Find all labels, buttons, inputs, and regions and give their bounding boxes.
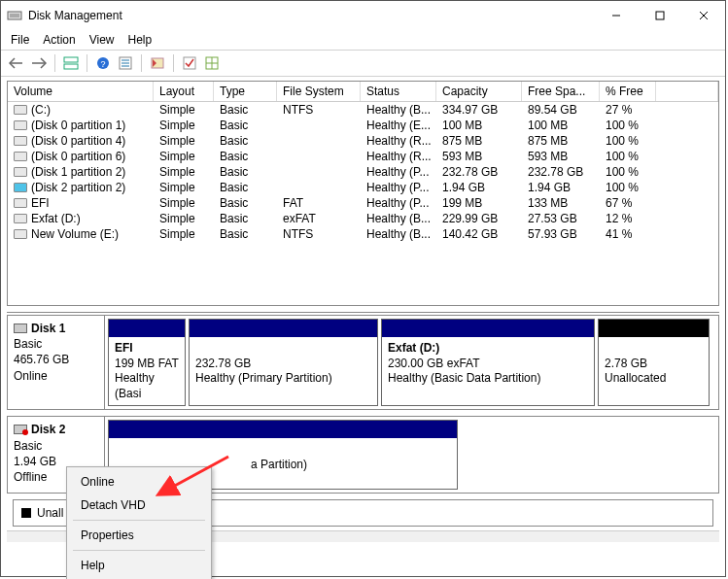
svg-rect-1 — [10, 14, 19, 17]
settings-list-icon[interactable] — [116, 53, 135, 73]
maximize-button[interactable] — [638, 1, 681, 30]
col-status[interactable]: Status — [361, 82, 436, 101]
disk1-partitions: EFI 199 MB FAT Healthy (Basi 232.78 GB H… — [105, 316, 718, 409]
partition[interactable]: Exfat (D:) 230.00 GB exFAT Healthy (Basi… — [381, 319, 595, 406]
svg-rect-17 — [184, 57, 195, 69]
partition[interactable]: EFI 199 MB FAT Healthy (Basi — [108, 319, 186, 406]
col-capacity[interactable]: Capacity — [436, 82, 522, 101]
drive-icon — [14, 136, 27, 146]
drive-icon — [14, 105, 27, 115]
volume-row[interactable]: (Disk 0 partition 6) Simple Basic Health… — [8, 149, 718, 164]
partition-header-bar — [599, 320, 709, 337]
volume-rows: (C:) Simple Basic NTFS Healthy (B... 334… — [8, 102, 718, 305]
grid-icon[interactable] — [202, 53, 222, 73]
action-flag-icon[interactable] — [148, 53, 167, 73]
ctx-properties[interactable]: Properties — [67, 524, 211, 547]
ctx-help[interactable]: Help — [67, 554, 211, 577]
volume-row[interactable]: (Disk 2 partition 2) Simple Basic Health… — [8, 180, 718, 195]
app-icon — [7, 8, 22, 23]
window-title: Disk Management — [28, 9, 594, 22]
back-button[interactable] — [7, 53, 26, 73]
drive-icon — [14, 198, 27, 208]
volume-list: Volume Layout Type File System Status Ca… — [7, 81, 719, 306]
menu-action[interactable]: Action — [43, 33, 75, 47]
volume-row[interactable]: (Disk 0 partition 4) Simple Basic Health… — [8, 133, 718, 149]
svg-text:?: ? — [100, 59, 105, 69]
volume-row[interactable]: EFI Simple Basic FAT Healthy (P... 199 M… — [8, 195, 718, 211]
drive-icon — [14, 167, 27, 177]
menu-help[interactable]: Help — [128, 33, 153, 47]
volume-row[interactable]: (C:) Simple Basic NTFS Healthy (B... 334… — [8, 102, 718, 118]
disk1-info[interactable]: Disk 1 Basic 465.76 GB Online — [8, 316, 105, 409]
partition-header-bar — [382, 320, 594, 337]
menubar: File Action View Help — [1, 30, 725, 50]
partition[interactable]: 232.78 GB Healthy (Primary Partition) — [189, 319, 378, 406]
disk-block-1[interactable]: Disk 1 Basic 465.76 GB Online EFI 199 MB… — [7, 315, 719, 410]
minimize-button[interactable] — [594, 1, 638, 30]
volume-list-header: Volume Layout Type File System Status Ca… — [8, 82, 718, 102]
partition-header-bar — [190, 320, 377, 337]
titlebar: Disk Management — [1, 1, 725, 30]
legend-unallocated-swatch — [21, 508, 31, 518]
context-menu: Online Detach VHD Properties Help — [66, 466, 212, 579]
disk-icon — [14, 324, 27, 333]
drive-icon — [14, 229, 27, 239]
drive-icon — [14, 183, 27, 192]
ctx-online[interactable]: Online — [67, 470, 211, 494]
col-free[interactable]: Free Spa... — [522, 82, 600, 101]
svg-rect-3 — [656, 12, 664, 19]
partition-header-bar — [109, 320, 185, 337]
partition-header-bar — [109, 421, 457, 438]
volume-row[interactable]: Exfat (D:) Simple Basic exFAT Healthy (B… — [8, 211, 718, 226]
svg-rect-9 — [64, 64, 78, 69]
drive-icon — [14, 120, 27, 130]
drive-icon — [14, 152, 27, 161]
view-split-icon[interactable] — [61, 53, 81, 73]
col-volume[interactable]: Volume — [8, 82, 154, 101]
col-pct[interactable]: % Free — [600, 82, 656, 101]
volume-row[interactable]: (Disk 0 partition 1) Simple Basic Health… — [8, 118, 718, 133]
partition[interactable]: 2.78 GB Unallocated — [598, 319, 710, 406]
volume-row[interactable]: New Volume (E:) Simple Basic NTFS Health… — [8, 226, 718, 242]
volume-row[interactable]: (Disk 1 partition 2) Simple Basic Health… — [8, 164, 718, 180]
legend-unallocated-label: Unall — [37, 506, 63, 520]
forward-button[interactable] — [29, 53, 49, 73]
menu-file[interactable]: File — [11, 33, 29, 47]
drive-icon — [14, 214, 27, 223]
menu-view[interactable]: View — [89, 33, 115, 47]
help-icon[interactable]: ? — [93, 53, 113, 73]
col-type[interactable]: Type — [214, 82, 277, 101]
close-button[interactable] — [681, 1, 725, 30]
checkbox-icon[interactable] — [180, 53, 199, 73]
col-layout[interactable]: Layout — [154, 82, 214, 101]
vhd-disk-icon — [14, 425, 27, 434]
svg-rect-8 — [64, 57, 78, 62]
col-fs[interactable]: File System — [277, 82, 361, 101]
ctx-detach-vhd[interactable]: Detach VHD — [67, 494, 211, 517]
toolbar: ? — [1, 50, 725, 77]
